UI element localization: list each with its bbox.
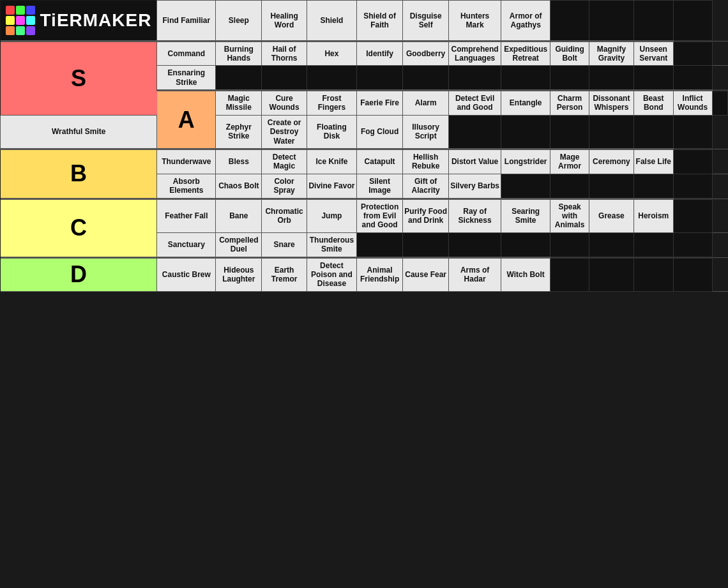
spell-searing-smite[interactable]: Searing Smite [501, 199, 550, 232]
header-empty3 [633, 1, 673, 41]
a-empty6 [633, 115, 673, 149]
c-empty2 [357, 232, 403, 257]
c-empty8 [633, 232, 673, 257]
spell-ceremony[interactable]: Ceremony [589, 149, 633, 174]
spell-guiding-bolt[interactable]: Guiding Bolt [550, 41, 589, 66]
b-empty6 [673, 174, 712, 199]
b-empty5 [633, 174, 673, 199]
spell-dissonant-whispers[interactable]: Dissonant Whispers [589, 91, 633, 116]
spell-inflict-wounds[interactable]: Inflict Wounds [673, 91, 712, 116]
logo-cell: TiERMAKER [1, 1, 157, 41]
spell-silvery-barbs[interactable]: Silvery Barbs [449, 174, 501, 199]
spell-bane[interactable]: Bane [216, 199, 262, 232]
spell-earth-tremor[interactable]: Earth Tremor [262, 257, 307, 291]
spell-hideous-laughter[interactable]: Hideous Laughter [216, 257, 262, 291]
b-tier-row1: B Thunderwave Bless Detect Magic Ice Kni… [1, 149, 728, 174]
spell-protection-from-evil[interactable]: Protection from Evil and Good [357, 199, 403, 232]
s-empty7 [501, 66, 550, 91]
spell-fog-cloud[interactable]: Fog Cloud [357, 115, 403, 149]
spell-mage-armor[interactable]: Mage Armor [550, 149, 589, 174]
spell-thunderous-smite[interactable]: Thunderous Smite [307, 232, 356, 257]
s-empty6 [449, 66, 501, 91]
spell-divine-favor[interactable]: Divine Favor [307, 174, 356, 199]
spell-expeditious-retreat[interactable]: Expeditious Retreat [501, 41, 550, 66]
spell-comprehend-languages[interactable]: Comprehend Languages [449, 41, 501, 66]
spell-identify[interactable]: Identify [357, 41, 403, 66]
spell-speak-with-animals[interactable]: Speak with Animals [550, 199, 589, 232]
spell-ice-knife[interactable]: Ice Knife [307, 149, 356, 174]
tier-list-table: TiERMAKER Find Familiar Sleep Healing Wo… [0, 0, 728, 292]
spell-catapult[interactable]: Catapult [357, 149, 403, 174]
spell-sanctuary[interactable]: Sanctuary [157, 232, 216, 257]
spell-floating-disk[interactable]: Floating Disk [307, 115, 356, 149]
s-empty10 [633, 66, 673, 91]
spell-absorb-elements[interactable]: Absorb Elements [157, 174, 216, 199]
spell-ray-of-sickness[interactable]: Ray of Sickness [449, 199, 501, 232]
spell-cure-wounds[interactable]: Cure Wounds [262, 91, 307, 116]
spell-longstrider[interactable]: Longstrider [501, 149, 550, 174]
s-tier-row1: S Command Burning Hands Hail of Thorns H… [1, 41, 728, 66]
spell-bless[interactable]: Bless [216, 149, 262, 174]
spell-hellish-rebuke[interactable]: Hellish Rebuke [403, 149, 449, 174]
spell-arms-of-hadar[interactable]: Arms of Hadar [449, 257, 501, 291]
c-empty9 [673, 232, 712, 257]
spell-magic-missile[interactable]: Magic Missile [216, 91, 262, 116]
logo-dot [6, 6, 15, 15]
spell-detect-magic[interactable]: Detect Magic [262, 149, 307, 174]
spell-detect-poison[interactable]: Detect Poison and Disease [307, 257, 356, 291]
spell-grease[interactable]: Grease [589, 199, 633, 232]
spell-frost-fingers[interactable]: Frost Fingers [307, 91, 356, 116]
spell-chaos-bolt[interactable]: Chaos Bolt [216, 174, 262, 199]
spell-empty-s1 [673, 41, 712, 66]
spell-beast-bond[interactable]: Beast Bond [633, 91, 673, 116]
d-empty2 [589, 257, 633, 291]
spell-wrathful-smite[interactable]: Wrathful Smite [1, 115, 157, 149]
spell-caustic-brew[interactable]: Caustic Brew [157, 257, 216, 291]
spell-detect-evil-and-good[interactable]: Detect Evil and Good [449, 91, 501, 116]
spell-hail-of-thorns[interactable]: Hail of Thorns [262, 41, 307, 66]
s-empty3 [307, 66, 356, 91]
spell-alarm[interactable]: Alarm [403, 91, 449, 116]
spell-entangle[interactable]: Entangle [501, 91, 550, 116]
s-empty2 [262, 66, 307, 91]
spell-gift-of-alacrity[interactable]: Gift of Alacrity [403, 174, 449, 199]
spell-animal-friendship[interactable]: Animal Friendship [357, 257, 403, 291]
spell-illusory-script[interactable]: Illusory Script [403, 115, 449, 149]
spell-silent-image[interactable]: Silent Image [357, 174, 403, 199]
a-empty5 [589, 115, 633, 149]
logo-dot [26, 26, 35, 35]
logo-dot [16, 16, 25, 25]
spell-unseen-servant[interactable]: Unseen Servant [633, 41, 673, 66]
tier-b-label: B [1, 149, 157, 199]
spell-create-or-destroy-water[interactable]: Create or Destroy Water [262, 115, 307, 149]
spell-feather-fall[interactable]: Feather Fall [157, 199, 216, 232]
spell-purify-food-and-drink[interactable]: Purify Food and Drink [403, 199, 449, 232]
c-empty4 [449, 232, 501, 257]
s-empty1 [216, 66, 262, 91]
spell-ensnaring-strike[interactable]: Ensnaring Strike [157, 66, 216, 91]
spell-compelled-duel[interactable]: Compelled Duel [216, 232, 262, 257]
header-disguise-self: Disguise Self [403, 1, 449, 41]
spell-command[interactable]: Command [157, 41, 216, 66]
spell-witch-bolt[interactable]: Witch Bolt [501, 257, 550, 291]
spell-false-life[interactable]: False Life [633, 149, 673, 174]
logo-box: TiERMAKER [6, 6, 152, 35]
spell-color-spray[interactable]: Color Spray [262, 174, 307, 199]
logo-dot [26, 16, 35, 25]
spell-chromatic-orb[interactable]: Chromatic Orb [262, 199, 307, 232]
spell-hex[interactable]: Hex [307, 41, 356, 66]
spell-zephyr-strike[interactable]: Zephyr Strike [216, 115, 262, 149]
spell-faerie-fire[interactable]: Faerie Fire [357, 91, 403, 116]
s-empty8 [550, 66, 589, 91]
spell-snare[interactable]: Snare [262, 232, 307, 257]
spell-heroism[interactable]: Heroism [633, 199, 673, 232]
spell-charm-person[interactable]: Charm Person [550, 91, 589, 116]
spell-distort-value[interactable]: Distort Value [449, 149, 501, 174]
spell-cause-fear[interactable]: Cause Fear [403, 257, 449, 291]
logo-grid [6, 6, 35, 35]
spell-magnify-gravity[interactable]: Magnify Gravity [589, 41, 633, 66]
spell-burning-hands[interactable]: Burning Hands [216, 41, 262, 66]
spell-thunderwave[interactable]: Thunderwave [157, 149, 216, 174]
spell-jump[interactable]: Jump [307, 199, 356, 232]
spell-goodberry[interactable]: Goodberry [403, 41, 449, 66]
